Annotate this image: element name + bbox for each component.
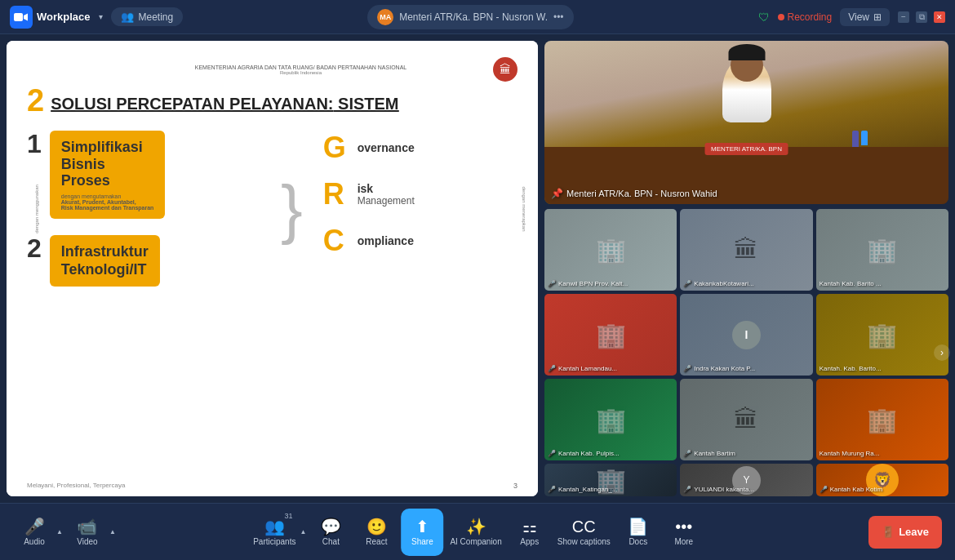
show-captions-button[interactable]: CC Show captions — [554, 509, 614, 556]
react-icon: 🙂 — [366, 518, 387, 535]
ai-companion-button[interactable]: ✨ AI Companion — [446, 509, 504, 556]
share-button[interactable]: ⬆ Share — [401, 509, 443, 556]
item1-sub: dengan mengutamakan Akurat, Prudent, Aku… — [61, 193, 154, 211]
people-icon: 👥 — [121, 11, 134, 23]
video-cell-6: 🏢 Kantah. Kab. Barito... — [816, 294, 948, 376]
slide-title-row: 2 SOLUSI PERCEPATAN PELAYANAN: SISTEM — [27, 88, 517, 116]
slide-item-1: 1 SimplifikasiBisnisProses dengan mengut… — [27, 131, 260, 219]
vertical-label-left: dengan menggunakan — [34, 184, 39, 233]
video-label-2: 🎤 KakankabKotawari... — [683, 280, 753, 287]
mic-icon-10: 🎤 — [548, 486, 556, 493]
participants-chevron-icon[interactable]: ▲ — [300, 528, 306, 536]
grc-r-word1: isk — [358, 182, 415, 195]
audio-group: 🎤 Audio ▲ — [13, 509, 63, 556]
grc-c-letter: C — [323, 224, 353, 258]
vc-bg-4: 🏢 — [544, 294, 677, 376]
audio-chevron-icon[interactable]: ▲ — [56, 528, 63, 536]
top-bar: Workplace ▾ 👥 Meeting MA Menteri ATR/Ka.… — [0, 0, 955, 34]
app-name: Workplace — [37, 11, 91, 23]
grc-c-word: ompliance — [358, 234, 414, 247]
react-button[interactable]: 🙂 React — [355, 509, 398, 556]
app-chevron-icon[interactable]: ▾ — [99, 12, 103, 21]
bottom-toolbar: 🎤 Audio ▲ 📹 Video ▲ 👥 31 Participants ▲ — [0, 503, 955, 560]
video-group: 📹 Video ▲ — [66, 509, 116, 556]
building-icon-2: 🏛 — [734, 236, 758, 264]
video-label-10: 🎤 Kantah_Katingan_... — [548, 486, 618, 493]
grc-r: R isk Management — [323, 177, 517, 211]
audio-button[interactable]: 🎤 Audio — [13, 509, 56, 556]
building-icon-3: 🏢 — [867, 236, 897, 264]
ai-companion-icon: ✨ — [466, 518, 486, 535]
brace-area: } — [281, 131, 303, 287]
main-content: Slide preview KEMENTERIAN AGRARIA DAN TA… — [0, 34, 955, 503]
presentation-area: Slide preview KEMENTERIAN AGRARIA DAN TA… — [7, 41, 538, 496]
more-button[interactable]: ••• More — [663, 509, 705, 556]
video-cell-3: 🏢 Kantah Kab. Barito ... — [816, 209, 948, 291]
grid-icon: ⊞ — [873, 11, 882, 23]
video-cell-4: 🏢 🎤 Kantah Lamandau... — [544, 294, 677, 376]
toolbar-center: 👥 31 Participants ▲ 💬 Chat 🙂 React ⬆ Sha… — [250, 509, 705, 556]
participants-count: 31 — [284, 512, 292, 520]
grc-g-word: overnance — [358, 141, 415, 154]
minimize-button[interactable]: − — [898, 11, 909, 23]
participants-group: 👥 31 Participants ▲ — [250, 509, 306, 556]
vc-bg-3: 🏢 — [816, 209, 948, 291]
building-icon-7: 🏢 — [596, 406, 626, 434]
video-cell-12: 🦁 🎤 Kantah Kab Kotim — [816, 464, 948, 496]
video-cell-1: 🏢 🎤 Kanwil BPN Prov. Kalt... — [544, 209, 677, 291]
show-captions-label: Show captions — [557, 537, 611, 546]
video-cell-7: 🏢 🎤 Kantah Kab. Pulpis... — [544, 379, 677, 460]
participants-button[interactable]: 👥 31 Participants — [250, 509, 299, 556]
vertical-label-right: dengan menerapkan — [521, 186, 526, 231]
participants-label: Participants — [253, 537, 295, 546]
mic-icon-8: 🎤 — [683, 450, 691, 457]
leave-button[interactable]: 🚪 Leave — [868, 516, 942, 549]
item1-content: SimplifikasiBisnisProses dengan mengutam… — [50, 131, 166, 219]
grc-g: G overnance — [323, 131, 517, 165]
close-button[interactable]: ✕ — [934, 11, 945, 23]
video-chevron-icon[interactable]: ▲ — [109, 528, 116, 536]
presenter-more-icon[interactable]: ••• — [553, 11, 564, 23]
presenter-pill: MA Menteri ATR/Ka. BPN - Nusron W. ••• — [367, 5, 573, 29]
building-icon-4: 🏢 — [596, 321, 626, 349]
video-cell-9: 🏢 Kantah Murung Ra... — [816, 379, 948, 460]
item1-title: SimplifikasiBisnisProses — [61, 139, 154, 189]
item2-content: InfrastrukturTeknologi/IT — [50, 235, 160, 287]
restore-button[interactable]: ⧉ — [916, 11, 927, 23]
top-bar-center: MA Menteri ATR/Ka. BPN - Nusron W. ••• — [367, 5, 573, 29]
mic-icon-12: 🎤 — [820, 486, 828, 493]
video-label: Video — [77, 537, 97, 546]
slide-footer-left: Melayani, Profesional, Terpercaya — [27, 482, 125, 490]
view-button[interactable]: View ⊞ — [840, 8, 890, 26]
video-grid: 🏢 🎤 Kanwil BPN Prov. Kalt... 🏛 🎤 Kakanka… — [544, 209, 948, 496]
apps-button[interactable]: ⚏ Apps — [509, 509, 551, 556]
grid-nav-right-button[interactable]: › — [934, 344, 950, 361]
toolbar-right: 🚪 Leave — [868, 516, 942, 549]
share-label: Share — [411, 537, 433, 546]
avatar-5: I — [732, 321, 761, 349]
chat-label: Chat — [322, 537, 340, 546]
top-bar-left: Workplace ▾ 👥 Meeting — [10, 6, 183, 29]
grc-r-word2: Management — [358, 195, 415, 207]
grc-g-letter: G — [323, 131, 353, 165]
more-icon: ••• — [675, 518, 692, 535]
slide-number: 2 — [27, 85, 44, 116]
video-button[interactable]: 📹 Video — [66, 509, 109, 556]
video-cell-10: 🏢 🎤 Kantah_Katingan_... — [544, 464, 677, 496]
more-label: More — [674, 537, 693, 546]
video-label-12: 🎤 Kantah Kab Kotim — [820, 486, 882, 493]
docs-icon: 📄 — [628, 518, 648, 535]
mic-icon-5: 🎤 — [683, 365, 691, 372]
slide-item-2: 2 InfrastrukturTeknologi/IT — [27, 235, 260, 287]
vc-bg-2: 🏛 — [680, 209, 812, 291]
video-label-3: Kantah Kab. Barito ... — [820, 280, 882, 287]
rec-dot — [778, 14, 784, 20]
chat-button[interactable]: 💬 Chat — [309, 509, 352, 556]
video-cell-11: Y 🎤 YULIANDI kakanta... — [680, 464, 812, 496]
building-icon-8: 🏛 — [734, 406, 758, 433]
mic-icon-1: 🎤 — [548, 280, 556, 287]
docs-button[interactable]: 📄 Docs — [617, 509, 660, 556]
vc-bg-6: 🏢 — [816, 294, 948, 376]
apps-label: Apps — [520, 537, 539, 546]
main-speaker-video: MENTERI ATR/KA. BPN — [544, 41, 948, 204]
